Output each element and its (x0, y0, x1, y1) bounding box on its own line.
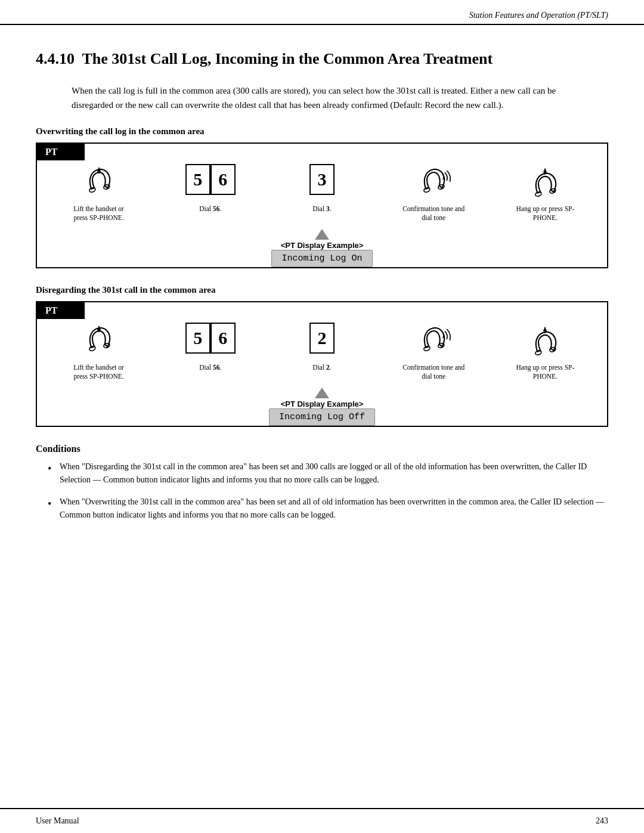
diagram1-step4-icon (416, 160, 451, 202)
conditions-section: Conditions When "Disregarding the 301st … (36, 444, 608, 522)
diagram2-dial56: 5 6 (185, 319, 236, 357)
diagram2-dial2: 2 (309, 323, 335, 354)
diagram1-step1-desc: Lift the handset or press SP-PHONE. (66, 205, 132, 223)
diagram2-step3-icon: 2 (309, 319, 335, 361)
diagram2-step3-desc: Dial 2. (312, 363, 331, 373)
svg-point-14 (423, 345, 431, 351)
hangup-icon-2 (527, 322, 563, 358)
diagram2-step2-desc: Dial 56. (199, 363, 221, 373)
diagram1-display-label: <PT Display Example> (281, 241, 364, 250)
diagram2-step4-desc: Confirmation tone and dial tone (401, 363, 466, 382)
section-title: 4.4.10 The 301st Call Log, Incoming in t… (36, 49, 608, 69)
diagram1-header: PT (37, 144, 85, 160)
diagram1-display-section: <PT Display Example> Incoming Log On (37, 229, 607, 267)
diagram1-step1-icon (81, 160, 117, 202)
diagram1-step4: Confirmation tone and dial tone (378, 160, 490, 223)
diagram1-step2: 5 6 Dial 56. (154, 160, 266, 214)
diagram2-subsection-label: Disregarding the 301st call in the commo… (36, 285, 608, 295)
diagram1-step2-icon: 5 6 (185, 160, 236, 202)
diagram1-dial3-box: 3 (309, 160, 335, 199)
diagram2-step1: Lift the handset or press SP-PHONE. (43, 319, 154, 382)
confirmation-tone-icon (416, 163, 451, 199)
diagram2-step5-icon (527, 319, 563, 361)
diagram2-dial5: 5 (185, 323, 210, 354)
svg-point-8 (535, 191, 542, 197)
diagram1-display-col: <PT Display Example> Incoming Log On (271, 229, 372, 267)
conditions-list: When "Disregarding the 301st call in the… (48, 460, 608, 522)
diagram2-display-screen: Incoming Log Off (269, 408, 375, 426)
diagram2-step5: Hang up or press SP-PHONE. (490, 319, 601, 382)
diagram1-step5-icon (527, 160, 563, 202)
page-header: Station Features and Operation (PT/SLT) (0, 0, 644, 25)
confirmation-tone-icon-2 (416, 322, 451, 358)
svg-point-18 (535, 349, 542, 355)
diagram2-box: PT Lift the han (36, 301, 608, 427)
diagram1-step2-desc: Dial 56. (199, 205, 221, 214)
main-content: 4.4.10 The 301st Call Log, Incoming in t… (0, 25, 644, 808)
svg-point-10 (88, 345, 95, 351)
diagram1-step4-desc: Confirmation tone and dial tone (401, 205, 466, 223)
diagram1-section: Overwriting the call log in the common a… (36, 126, 608, 268)
diagram1-dial56: 5 6 (185, 160, 236, 199)
lift-handset-icon-2 (81, 322, 117, 358)
lift-handset-icon (81, 163, 117, 199)
diagram1-step3-icon: 3 (309, 160, 335, 202)
diagram2-display-section: <PT Display Example> Incoming Log Off (37, 388, 607, 426)
body-text: When the call log is full in the common … (72, 83, 572, 112)
diagram2-step3: 2 Dial 2. (266, 319, 377, 373)
conditions-title: Conditions (36, 444, 608, 454)
diagram1-step5: Hang up or press SP-PHONE. (490, 160, 601, 223)
diagram2-step2-icon: 5 6 (185, 319, 236, 361)
diagram1-step3-desc: Dial 3. (312, 205, 331, 214)
diagram1-step5-desc: Hang up or press SP-PHONE. (512, 205, 578, 223)
condition-item-2: When "Overwriting the 301st call in the … (48, 496, 608, 522)
header-text: Station Features and Operation (PT/SLT) (469, 11, 608, 20)
diagram2-row: Lift the handset or press SP-PHONE. 5 6 … (37, 319, 607, 382)
svg-point-4 (423, 187, 431, 193)
diagram1-display-screen: Incoming Log On (271, 250, 372, 267)
hangup-icon (527, 163, 563, 199)
diagram1-subsection-label: Overwriting the call log in the common a… (36, 126, 608, 137)
diagram2-step5-desc: Hang up or press SP-PHONE. (512, 363, 578, 382)
diagram1-dial3: 3 (309, 164, 335, 195)
diagram2-step2: 5 6 Dial 56. (154, 319, 266, 373)
footer-left: User Manual (36, 816, 79, 826)
diagram2-step1-desc: Lift the handset or press SP-PHONE. (66, 363, 132, 382)
diagram2-step4: Confirmation tone and dial tone (378, 319, 490, 382)
page-footer: User Manual 243 (0, 808, 644, 833)
diagram2-dial6: 6 (210, 323, 236, 354)
diagram1-box: PT (36, 143, 608, 268)
diagram2-dial2-box: 2 (309, 319, 335, 357)
diagram2-header: PT (37, 302, 85, 319)
condition-item-1: When "Disregarding the 301st call in the… (48, 460, 608, 487)
diagram2-arrow-up (315, 388, 329, 398)
diagram2-step4-icon (416, 319, 451, 361)
diagram1-arrow-up (315, 229, 329, 240)
diagram1-step3: 3 Dial 3. (266, 160, 377, 214)
diagram2-display-col: <PT Display Example> Incoming Log Off (269, 388, 375, 426)
diagram1-step1: Lift the handset or press SP-PHONE. (43, 160, 154, 223)
diagram2-section: Disregarding the 301st call in the commo… (36, 285, 608, 427)
diagram1-dial6: 6 (210, 164, 236, 195)
diagram2-display-label: <PT Display Example> (281, 400, 364, 408)
diagram2-step1-icon (81, 319, 117, 361)
svg-point-0 (88, 187, 95, 193)
diagram1-row: Lift the handset or press SP-PHONE. 5 6 … (37, 160, 607, 223)
footer-right: 243 (596, 816, 608, 826)
diagram1-dial5: 5 (185, 164, 210, 195)
page: Station Features and Operation (PT/SLT) … (0, 0, 644, 833)
